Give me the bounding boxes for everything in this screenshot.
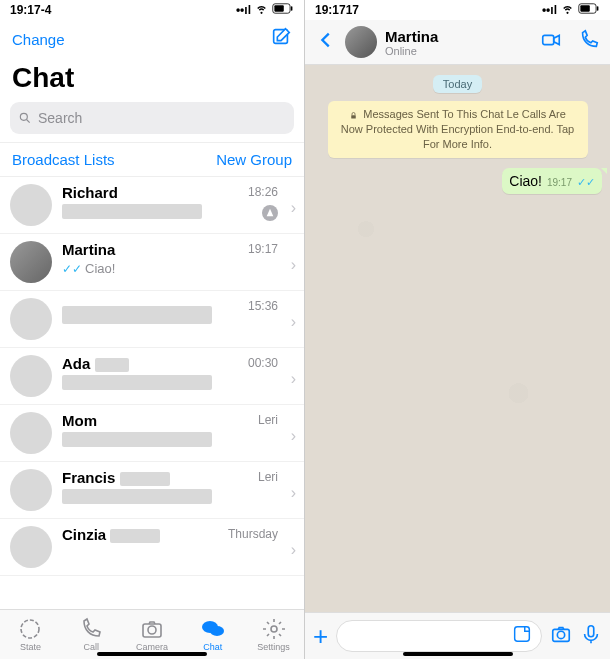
search-placeholder: Search xyxy=(38,110,82,126)
header: Change xyxy=(0,20,304,58)
muted-icon xyxy=(262,205,278,221)
svg-line-5 xyxy=(27,120,30,123)
list-actions: Broadcast Lists New Group xyxy=(0,142,304,177)
chat-time: 19:17 xyxy=(248,242,278,256)
chat-row-richard[interactable]: Richard 18:26 › xyxy=(0,177,304,234)
read-ticks-icon: ✓✓ xyxy=(577,176,595,189)
avatar xyxy=(10,184,52,226)
avatar xyxy=(10,298,52,340)
contact-info[interactable]: Martina Online xyxy=(385,28,532,57)
chevron-right-icon: › xyxy=(291,370,296,388)
search-icon xyxy=(18,111,32,125)
compose-icon[interactable] xyxy=(270,26,292,52)
svg-rect-1 xyxy=(274,5,283,11)
voice-call-button[interactable] xyxy=(578,29,600,55)
tab-state[interactable]: State xyxy=(0,610,61,659)
gear-icon xyxy=(262,617,286,641)
lock-icon xyxy=(349,111,358,120)
contact-avatar[interactable] xyxy=(345,26,377,58)
search-input[interactable]: Search xyxy=(10,102,294,134)
phone-icon xyxy=(79,617,103,641)
page-title: Chat xyxy=(0,58,304,102)
chat-preview-redacted xyxy=(62,204,202,219)
chevron-right-icon: › xyxy=(291,313,296,331)
broadcast-lists-link[interactable]: Broadcast Lists xyxy=(12,151,115,168)
chat-time: 15:36 xyxy=(248,299,278,313)
svg-point-10 xyxy=(210,626,224,636)
microphone-button[interactable] xyxy=(580,623,602,649)
chevron-right-icon: › xyxy=(291,484,296,502)
chevron-right-icon: › xyxy=(291,256,296,274)
new-group-link[interactable]: New Group xyxy=(216,151,292,168)
chat-time: Thursday xyxy=(228,527,278,541)
svg-rect-15 xyxy=(543,35,554,44)
video-call-button[interactable] xyxy=(540,29,562,55)
svg-point-4 xyxy=(20,113,27,120)
back-button[interactable] xyxy=(315,29,337,55)
avatar xyxy=(10,469,52,511)
encryption-notice[interactable]: Messages Sent To This Chat Le Calls Are … xyxy=(328,101,588,158)
avatar xyxy=(10,412,52,454)
tab-settings[interactable]: Settings xyxy=(243,610,304,659)
chat-list-screen: 19:17-4 ••ıl Change Chat Search Broadcas… xyxy=(0,0,305,659)
svg-point-6 xyxy=(21,620,39,638)
contact-name: Martina xyxy=(385,28,532,45)
status-bar: 19:1717 ••ıl xyxy=(305,0,610,20)
conversation-header: 19:1717 ••ıl Martina Online xyxy=(305,0,610,65)
status-icon xyxy=(18,617,42,641)
svg-point-19 xyxy=(557,631,564,638)
date-separator: Today xyxy=(433,75,482,93)
status-icons: ••ıl xyxy=(236,2,294,18)
chat-row-mom[interactable]: Mom Leri › xyxy=(0,405,304,462)
svg-rect-16 xyxy=(351,115,356,118)
message-time: 19:17 xyxy=(547,177,572,188)
svg-rect-17 xyxy=(515,627,530,642)
chat-preview: ✓✓ Ciao! xyxy=(62,261,294,276)
attach-button[interactable]: + xyxy=(313,623,328,649)
conversation-screen: 19:1717 ••ıl Martina Online xyxy=(305,0,610,659)
chat-row[interactable]: 15:36 › xyxy=(0,291,304,348)
sticker-icon[interactable] xyxy=(511,623,533,649)
svg-rect-2 xyxy=(291,6,293,11)
chevron-right-icon: › xyxy=(291,199,296,217)
chat-name-redacted xyxy=(62,306,212,324)
svg-rect-14 xyxy=(597,6,599,11)
signal-icon: ••ıl xyxy=(542,3,557,17)
status-time: 19:1717 xyxy=(315,3,359,17)
message-text: Ciao! xyxy=(509,173,542,189)
chat-time: 00:30 xyxy=(248,356,278,370)
message-input[interactable] xyxy=(336,620,542,652)
chat-row-francis[interactable]: Francis Leri › xyxy=(0,462,304,519)
chat-list: Richard 18:26 › Martina ✓✓ Ciao! 19:17 › xyxy=(0,177,304,609)
signal-icon: ••ıl xyxy=(236,3,251,17)
chat-row-martina[interactable]: Martina ✓✓ Ciao! 19:17 › xyxy=(0,234,304,291)
search-wrap: Search xyxy=(0,102,304,142)
chat-preview-redacted xyxy=(62,432,212,447)
avatar xyxy=(10,241,52,283)
avatar xyxy=(10,526,52,568)
chat-icon xyxy=(201,617,225,641)
camera-icon xyxy=(140,617,164,641)
chat-row-cinzia[interactable]: Cinzia Thursday › xyxy=(0,519,304,576)
message-outgoing[interactable]: Ciao! 19:17 ✓✓ xyxy=(502,168,602,194)
chat-preview-redacted xyxy=(62,375,212,390)
chat-body: Today Messages Sent To This Chat Le Call… xyxy=(305,65,610,612)
camera-button[interactable] xyxy=(550,623,572,649)
chat-time: 18:26 xyxy=(248,185,278,199)
svg-point-11 xyxy=(271,626,277,632)
chat-time: Leri xyxy=(258,413,278,427)
chat-time: Leri xyxy=(258,470,278,484)
battery-icon xyxy=(272,3,294,17)
chat-preview-redacted xyxy=(62,489,212,504)
edit-link[interactable]: Change xyxy=(12,31,65,48)
chevron-right-icon: › xyxy=(291,541,296,559)
wifi-icon xyxy=(561,2,574,18)
wifi-icon xyxy=(255,2,268,18)
svg-rect-13 xyxy=(580,5,589,11)
chat-row-ada[interactable]: Ada 00:30 › xyxy=(0,348,304,405)
home-indicator xyxy=(97,652,207,656)
battery-icon xyxy=(578,3,600,17)
status-icons: ••ıl xyxy=(542,2,600,18)
svg-rect-20 xyxy=(588,626,594,637)
home-indicator xyxy=(403,652,513,656)
